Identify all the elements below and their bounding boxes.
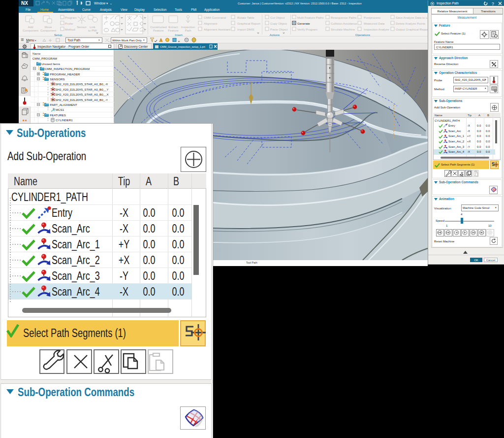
svg-text:?: ? <box>492 1 494 6</box>
